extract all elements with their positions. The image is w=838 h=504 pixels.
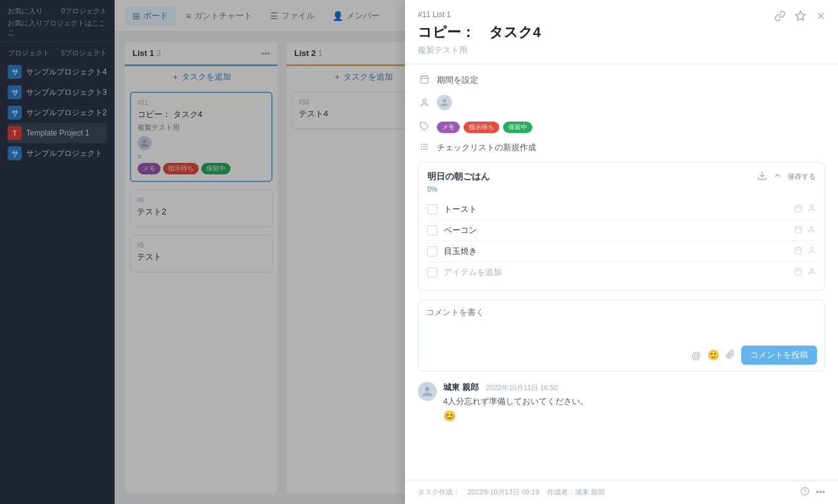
- footer-actions: •••: [800, 487, 825, 498]
- checklist-item-icons-ci2: [794, 225, 816, 235]
- checklist-items: トースト ベーコン 目玉焼き: [427, 199, 816, 283]
- assignee-row: [418, 95, 825, 113]
- calendar-icon: [418, 74, 430, 86]
- checklist-progress: 0%: [427, 185, 816, 193]
- item-user-icon-ci3[interactable]: [807, 246, 816, 256]
- svg-point-33: [810, 269, 813, 271]
- checklist-item-icons-ci4: [794, 267, 816, 277]
- checklist-header: 明日の朝ごはん 保存する: [427, 171, 816, 183]
- comment-time: 2022年10月11日 16:50: [486, 384, 558, 391]
- footer-history-icon[interactable]: [800, 487, 809, 498]
- comment-input[interactable]: [426, 307, 817, 339]
- checklist-item-label-ci3: 目玉焼き: [444, 246, 788, 257]
- svg-rect-24: [795, 248, 802, 254]
- svg-rect-29: [795, 269, 802, 275]
- item-user-icon-ci2[interactable]: [807, 225, 816, 235]
- mention-icon[interactable]: @: [692, 350, 701, 361]
- modal-tag-line: #11 List 1: [418, 10, 825, 19]
- checklist-item-label-ci4[interactable]: アイテムを追加: [444, 267, 788, 278]
- checklist-item-icons-ci3: [794, 246, 816, 256]
- modal-subtitle: 複製テスト用: [418, 45, 825, 56]
- checklist-new-row: チェックリストの新規作成: [418, 142, 825, 153]
- assignee-avatar: [437, 95, 452, 110]
- svg-marker-1: [796, 11, 806, 20]
- comments-container: 城東 親郎 2022年10月11日 16:50 4人分忘れず準備しておいてくださ…: [418, 382, 825, 422]
- checklist-item-ci3: 目玉焼き: [427, 241, 816, 262]
- svg-rect-4: [420, 76, 427, 83]
- svg-point-23: [810, 227, 813, 229]
- checklist-item-label-ci1: トースト: [444, 204, 788, 215]
- item-calendar-icon-ci4[interactable]: [794, 267, 802, 277]
- checklist-item-icons-ci1: [794, 204, 816, 214]
- period-row: 期間を設定: [418, 74, 825, 86]
- item-calendar-icon-ci3[interactable]: [794, 246, 802, 256]
- footer-created-date: 2022年10月13日 09:19: [467, 487, 539, 497]
- item-user-icon-ci1[interactable]: [807, 204, 816, 214]
- comment-avatar: [418, 382, 437, 401]
- comment-text: 4人分忘れず準備しておいてください。: [443, 396, 588, 407]
- svg-point-28: [810, 248, 813, 250]
- star-button[interactable]: [793, 9, 807, 26]
- checklist-section: 明日の朝ごはん 保存する 0% トースト: [418, 162, 825, 291]
- checkbox-ci3[interactable]: [427, 246, 437, 256]
- comment-emoji[interactable]: 😊: [443, 410, 588, 422]
- comment-cm1: 城東 親郎 2022年10月11日 16:50 4人分忘れず準備しておいてくださ…: [418, 382, 825, 422]
- emoji-icon[interactable]: 🙂: [707, 349, 720, 361]
- svg-point-8: [423, 99, 426, 102]
- modal-body: 期間を設定 メモ 指示待ち 保留中: [405, 64, 838, 480]
- checklist-item-ci4: アイテムを追加: [427, 262, 816, 283]
- checklist-item-ci2: ベーコン: [427, 220, 816, 241]
- user-icon: [418, 98, 430, 109]
- link-button[interactable]: [773, 9, 787, 26]
- footer-more-icon[interactable]: •••: [816, 487, 825, 498]
- checkbox-ci1[interactable]: [427, 204, 437, 214]
- tag-hold[interactable]: 保留中: [503, 122, 532, 133]
- checkbox-ci2[interactable]: [427, 225, 437, 235]
- checklist-save-btn[interactable]: 保存する: [788, 172, 816, 181]
- tags-row: メモ 指示待ち 保留中: [418, 122, 825, 133]
- comment-author: 城東 親郎: [443, 382, 479, 392]
- item-user-icon-ci4[interactable]: [807, 267, 816, 277]
- checklist-item-ci1: トースト: [427, 199, 816, 220]
- comment-content: 城東 親郎 2022年10月11日 16:50 4人分忘れず準備しておいてくださ…: [443, 382, 588, 422]
- svg-rect-14: [795, 206, 802, 212]
- checklist-title: 明日の朝ごはん: [427, 171, 490, 183]
- period-label[interactable]: 期間を設定: [437, 74, 478, 86]
- item-calendar-icon-ci1[interactable]: [794, 204, 802, 214]
- close-button[interactable]: [814, 9, 828, 26]
- comment-toolbar: @ 🙂 コメントを投稿: [426, 346, 817, 365]
- svg-rect-19: [795, 227, 802, 233]
- task-modal: #11 List 1 コピー： タスク4 複製テスト用 期間を設定: [405, 0, 838, 504]
- checklist-item-label-ci2: ベーコン: [444, 225, 788, 236]
- attach-icon[interactable]: [726, 350, 735, 361]
- checkbox-ci4[interactable]: [427, 267, 437, 277]
- tag-waiting[interactable]: 指示待ち: [464, 122, 499, 133]
- modal-header: #11 List 1 コピー： タスク4 複製テスト用: [405, 0, 838, 64]
- checklist-expand-icon[interactable]: [772, 171, 783, 183]
- svg-point-18: [810, 206, 813, 208]
- modal-title: コピー： タスク4: [418, 23, 825, 42]
- comment-box: @ 🙂 コメントを投稿: [418, 300, 825, 372]
- checklist-icon: [418, 142, 430, 153]
- tag-memo[interactable]: メモ: [437, 122, 460, 133]
- footer-author-label: 作成者：城東 親郎: [547, 487, 605, 497]
- checklist-download-icon[interactable]: [757, 171, 767, 183]
- footer-created-label: タスク作成：: [418, 487, 460, 497]
- modal-footer: タスク作成： 2022年10月13日 09:19 作成者：城東 親郎 •••: [405, 480, 838, 504]
- comment-submit-button[interactable]: コメントを投稿: [741, 346, 817, 365]
- checklist-new-label[interactable]: チェックリストの新規作成: [437, 142, 536, 153]
- comment-meta: 城東 親郎 2022年10月11日 16:50: [443, 382, 588, 393]
- tag-icon: [418, 122, 430, 133]
- item-calendar-icon-ci2[interactable]: [794, 225, 802, 235]
- checklist-actions: 保存する: [757, 171, 816, 183]
- modal-tags: メモ 指示待ち 保留中: [437, 122, 532, 133]
- modal-actions: [773, 9, 828, 26]
